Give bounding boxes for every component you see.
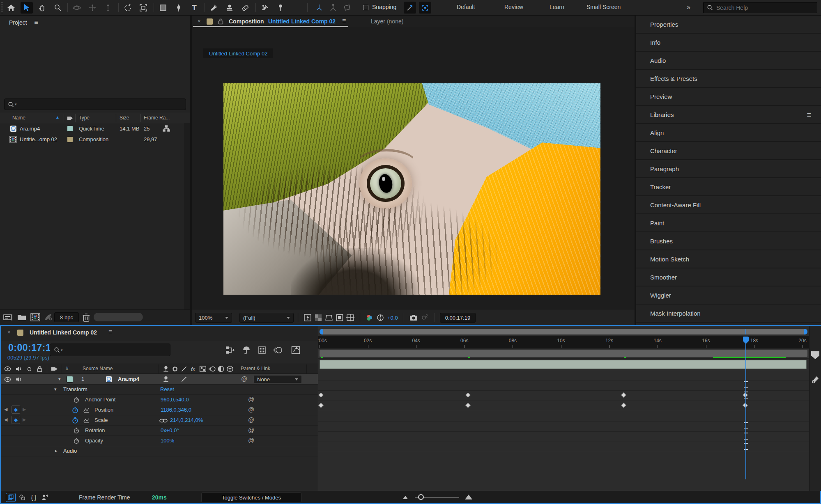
sort-ascending-icon[interactable]: ▲ <box>55 115 60 119</box>
layer-tab[interactable]: Layer (none) <box>371 18 403 25</box>
project-bottom-scrollbar[interactable] <box>94 313 143 321</box>
comp-marker-bin-icon[interactable] <box>811 351 819 359</box>
column-parent-link[interactable]: Parent & Link <box>241 366 270 371</box>
guides-grid-icon[interactable] <box>345 313 356 323</box>
new-composition-icon[interactable] <box>30 313 40 322</box>
column-type[interactable]: Type <box>79 115 90 121</box>
ruler-label[interactable]: :00s <box>317 338 327 344</box>
camera-tool-icon[interactable] <box>137 2 149 14</box>
workspace-overflow-chevrons[interactable]: » <box>687 4 690 11</box>
viewer-timecode[interactable]: 0:00:17:19 <box>440 313 476 323</box>
sidebar-item-brushes[interactable]: Brushes <box>636 232 821 250</box>
workspace-tab-small-screen[interactable]: Small Screen <box>586 4 621 10</box>
view-axis-mode-icon[interactable] <box>341 2 353 14</box>
toggle-switches-modes-button[interactable]: Toggle Switches / Modes <box>201 493 301 502</box>
keyframe-diamond[interactable] <box>465 392 471 398</box>
keyframe-diamond[interactable] <box>621 403 626 408</box>
rotation-value[interactable]: 0x+0,0° <box>161 427 179 433</box>
world-axis-mode-icon[interactable] <box>327 2 339 14</box>
ruler-label[interactable]: 04s <box>412 338 420 344</box>
keyframe-diamond[interactable] <box>621 392 626 398</box>
prev-keyframe-arrow[interactable]: ◀ <box>4 417 7 422</box>
stopwatch-icon[interactable] <box>73 438 80 444</box>
audio-icon[interactable] <box>16 376 22 383</box>
help-search-input[interactable] <box>716 5 807 11</box>
expand-layer-switches-icon[interactable] <box>6 493 16 502</box>
link-dimensions-icon[interactable] <box>159 418 168 423</box>
sidebar-item-info[interactable]: Info <box>636 34 821 52</box>
expand-transfer-controls-icon[interactable] <box>17 493 27 502</box>
parent-pickwhip-icon[interactable]: @ <box>241 375 247 382</box>
snapshot-camera-icon[interactable] <box>408 313 419 323</box>
property-row-position[interactable]: ◀ ◆ ▶ Position 1186,0,346,0 @ <box>1 405 318 415</box>
pickwhip-icon[interactable]: @ <box>248 416 254 423</box>
playhead-line[interactable] <box>745 343 746 479</box>
property-row-transform[interactable]: ▾ Transform Reset <box>1 385 318 395</box>
pickwhip-icon[interactable]: @ <box>248 406 254 413</box>
fast-previews-icon[interactable] <box>302 313 313 323</box>
dolly-camera-tool-icon[interactable] <box>102 2 114 14</box>
panel-menu-icon[interactable]: ≡ <box>807 106 811 124</box>
ruler-label[interactable]: 20s <box>798 338 806 344</box>
region-of-interest-icon[interactable] <box>334 313 345 323</box>
effects-fx-icon[interactable]: fx <box>189 365 197 373</box>
column-name[interactable]: Name <box>12 115 25 121</box>
unlocked-icon[interactable] <box>218 18 223 25</box>
close-tab-icon[interactable]: × <box>7 329 11 335</box>
keyframe-toggle[interactable]: ◆ <box>11 405 20 414</box>
zoom-tool-icon[interactable] <box>52 2 64 14</box>
sidebar-item-content-aware-fill[interactable]: Content-Aware Fill <box>636 196 821 214</box>
sidebar-item-paint[interactable]: Paint <box>636 214 821 232</box>
keyframe-toggle[interactable]: ◆ <box>11 416 20 424</box>
3d-layer-icon[interactable] <box>226 365 234 373</box>
timeline-tab-title[interactable]: Untitled Linked Comp 02 <box>30 329 97 336</box>
show-snapshot-icon[interactable] <box>419 313 430 323</box>
navigator-end-handle[interactable] <box>804 329 807 334</box>
solo-icon[interactable] <box>27 367 32 371</box>
sidebar-item-libraries[interactable]: Libraries≡ <box>636 106 821 124</box>
puppet-pin-tool-icon[interactable] <box>274 2 287 14</box>
keyframe-diamond[interactable] <box>318 403 324 408</box>
panel-menu-icon[interactable]: ≡ <box>34 19 38 26</box>
eye-icon[interactable] <box>4 377 11 382</box>
channel-rgb-icon[interactable] <box>364 313 375 323</box>
timeline-search-box[interactable]: ▾ <box>50 344 170 356</box>
quality-switch-icon[interactable] <box>180 365 188 373</box>
navigator-start-handle[interactable] <box>320 329 323 334</box>
twirl-closed-icon[interactable]: ▸ <box>55 448 57 454</box>
workspace-tab-learn[interactable]: Learn <box>550 4 564 10</box>
frame-blend-switch-icon[interactable] <box>199 365 207 373</box>
pickwhip-icon[interactable]: @ <box>248 396 254 403</box>
keyframe-diamond[interactable] <box>465 403 471 408</box>
interpret-footage-icon[interactable] <box>3 313 14 321</box>
sidebar-item-effects-presets[interactable]: Effects & Presets <box>636 70 821 88</box>
anchor-point-value[interactable]: 960,0,540,0 <box>161 396 189 403</box>
ruler-label[interactable]: 10s <box>557 338 565 344</box>
marker-icon[interactable] <box>811 375 820 384</box>
ruler-label[interactable]: 18s <box>750 338 758 344</box>
project-search-box[interactable]: ▾ <box>4 99 186 110</box>
sidebar-item-preview[interactable]: Preview <box>636 88 821 106</box>
pickwhip-icon[interactable]: @ <box>248 426 254 433</box>
composition-mini-flowchart-icon[interactable] <box>225 345 236 355</box>
opacity-value[interactable]: 100% <box>161 438 174 444</box>
layer-row-ara[interactable]: ▾ 1 Ara.mp4 @ None <box>1 374 318 385</box>
close-tab-icon[interactable]: × <box>198 18 201 24</box>
column-layer-number[interactable]: # <box>66 366 69 371</box>
layer-duration-bar[interactable] <box>320 360 807 369</box>
new-folder-icon[interactable] <box>17 313 26 321</box>
snapping-checkbox[interactable] <box>363 5 368 11</box>
frame-blending-icon[interactable] <box>256 345 268 355</box>
ruler-label[interactable]: 14s <box>654 338 662 344</box>
rectangle-tool-icon[interactable] <box>157 2 169 14</box>
sidebar-item-mask-interpolation[interactable]: Mask Interpolation <box>636 305 821 323</box>
label-color-chip[interactable] <box>67 126 73 132</box>
twirl-open-icon[interactable]: ▾ <box>54 387 57 392</box>
label-column-tag-icon[interactable] <box>67 115 74 121</box>
project-row-comp[interactable]: Untitle...omp 02 Composition 29,97 <box>0 134 187 144</box>
bit-depth-button[interactable]: 8 bpc <box>54 312 79 322</box>
motion-blur-icon[interactable] <box>272 345 283 355</box>
playhead-handle[interactable] <box>743 337 749 344</box>
label-color-chip[interactable] <box>67 136 73 142</box>
layer-twirl-icon[interactable]: ▾ <box>58 376 61 382</box>
